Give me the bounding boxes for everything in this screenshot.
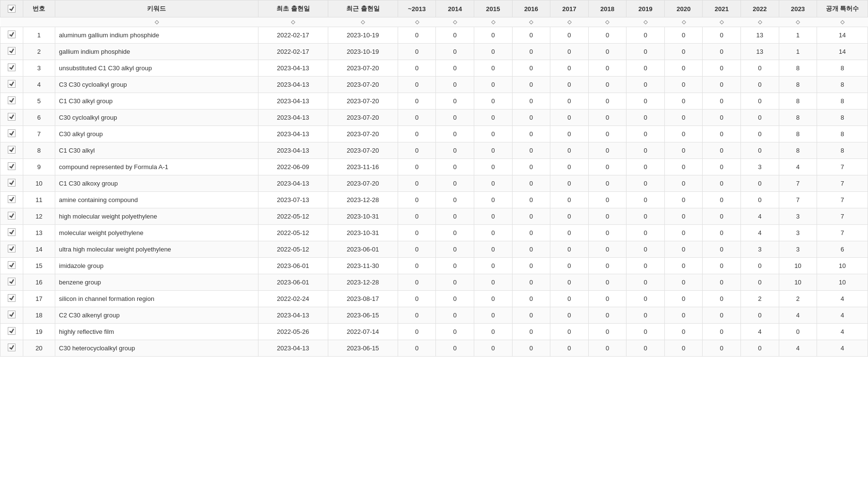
- row-y2022: 3: [741, 241, 779, 258]
- row-checkbox[interactable]: [8, 344, 16, 351]
- row-checkbox[interactable]: [8, 228, 16, 236]
- sort-total[interactable]: ◇: [817, 17, 868, 27]
- header-y2015: 2015: [474, 0, 512, 17]
- row-y2013: 0: [398, 159, 436, 175]
- row-first-date: 2023-06-01: [258, 258, 328, 274]
- row-y2019: 0: [627, 126, 665, 142]
- row-keyword: ultra high molecular weight polyethylene: [55, 241, 258, 258]
- row-total: 8: [817, 60, 868, 77]
- row-y2016: 0: [512, 258, 550, 274]
- row-y2023: 8: [779, 77, 817, 93]
- row-checkbox-cell: [0, 77, 23, 93]
- row-y2017: 0: [550, 110, 589, 126]
- row-num: 12: [23, 208, 55, 225]
- row-y2015: 0: [474, 93, 512, 110]
- header-y2022: 2022: [741, 0, 779, 17]
- keyword-table: 번호 키워드 최초 출현일 최근 출현일 ~2013 2014 2015 201…: [0, 0, 868, 357]
- sort-checkbox-col: [0, 17, 23, 27]
- row-y2016: 0: [512, 159, 550, 175]
- row-y2017: 0: [550, 192, 589, 208]
- row-checkbox[interactable]: [8, 179, 16, 187]
- row-y2014: 0: [436, 225, 474, 241]
- row-y2019: 0: [627, 159, 665, 175]
- row-y2017: 0: [550, 324, 589, 340]
- row-checkbox[interactable]: [8, 245, 16, 252]
- row-total: 6: [817, 241, 868, 258]
- row-checkbox[interactable]: [8, 80, 16, 88]
- row-keyword: C1 C30 alkoxy group: [55, 175, 258, 192]
- select-all-checkbox[interactable]: [8, 5, 16, 13]
- sort-y2017[interactable]: ◇: [550, 17, 589, 27]
- row-total: 7: [817, 225, 868, 241]
- sort-y2023[interactable]: ◇: [779, 17, 817, 27]
- row-y2020: 0: [664, 175, 703, 192]
- row-y2014: 0: [436, 192, 474, 208]
- sort-y2022[interactable]: ◇: [741, 17, 779, 27]
- row-num: 6: [23, 110, 55, 126]
- row-y2020: 0: [664, 93, 703, 110]
- sort-y2018[interactable]: ◇: [588, 17, 627, 27]
- row-y2017: 0: [550, 159, 589, 175]
- row-y2022: 0: [741, 142, 779, 159]
- row-num: 10: [23, 175, 55, 192]
- sort-last-date[interactable]: ◇: [328, 17, 398, 27]
- sort-y2019[interactable]: ◇: [627, 17, 665, 27]
- row-y2014: 0: [436, 340, 474, 357]
- row-y2019: 0: [627, 340, 665, 357]
- row-checkbox-cell: [0, 44, 23, 60]
- row-y2019: 0: [627, 175, 665, 192]
- sort-y2016[interactable]: ◇: [512, 17, 550, 27]
- row-checkbox[interactable]: [8, 327, 16, 335]
- row-y2019: 0: [627, 258, 665, 274]
- row-y2013: 0: [398, 225, 436, 241]
- row-y2018: 0: [588, 27, 627, 44]
- row-checkbox[interactable]: [8, 129, 16, 137]
- row-y2014: 0: [436, 258, 474, 274]
- row-checkbox[interactable]: [8, 212, 16, 220]
- row-checkbox[interactable]: [8, 146, 16, 154]
- sort-keyword[interactable]: ◇: [55, 17, 258, 27]
- row-y2015: 0: [474, 175, 512, 192]
- sort-y2015[interactable]: ◇: [474, 17, 512, 27]
- row-num: 7: [23, 126, 55, 142]
- row-y2022: 2: [741, 291, 779, 307]
- row-checkbox[interactable]: [8, 96, 16, 104]
- sort-y2013[interactable]: ◇: [398, 17, 436, 27]
- row-y2014: 0: [436, 324, 474, 340]
- row-num: 15: [23, 258, 55, 274]
- sort-y2021[interactable]: ◇: [703, 17, 741, 27]
- row-y2023: 10: [779, 258, 817, 274]
- row-checkbox[interactable]: [8, 47, 16, 55]
- row-y2013: 0: [398, 77, 436, 93]
- row-keyword: C30 cycloalkyl group: [55, 110, 258, 126]
- row-y2022: 0: [741, 258, 779, 274]
- row-checkbox[interactable]: [8, 294, 16, 302]
- row-y2019: 0: [627, 93, 665, 110]
- row-y2014: 0: [436, 110, 474, 126]
- row-checkbox[interactable]: [8, 278, 16, 285]
- row-checkbox[interactable]: [8, 162, 16, 170]
- row-checkbox[interactable]: [8, 261, 16, 269]
- sort-y2020[interactable]: ◇: [664, 17, 703, 27]
- sort-y2014[interactable]: ◇: [436, 17, 474, 27]
- table-row: 15imidazole group2023-06-012023-11-30000…: [0, 258, 868, 274]
- row-y2015: 0: [474, 225, 512, 241]
- row-y2013: 0: [398, 241, 436, 258]
- row-checkbox-cell: [0, 60, 23, 77]
- row-y2021: 0: [703, 60, 741, 77]
- row-checkbox[interactable]: [8, 113, 16, 121]
- row-y2022: 13: [741, 27, 779, 44]
- row-y2016: 0: [512, 126, 550, 142]
- row-checkbox[interactable]: [8, 31, 16, 38]
- row-y2013: 0: [398, 291, 436, 307]
- row-checkbox[interactable]: [8, 311, 16, 318]
- row-checkbox[interactable]: [8, 63, 16, 71]
- row-checkbox[interactable]: [8, 195, 16, 203]
- sort-first-date[interactable]: ◇: [258, 17, 328, 27]
- row-y2023: 8: [779, 60, 817, 77]
- row-checkbox-cell: [0, 159, 23, 175]
- row-keyword: C1 C30 alkyl group: [55, 93, 258, 110]
- row-keyword: C2 C30 alkenyl group: [55, 307, 258, 324]
- table-row: 9compound represented by Formula A-12022…: [0, 159, 868, 175]
- row-y2016: 0: [512, 77, 550, 93]
